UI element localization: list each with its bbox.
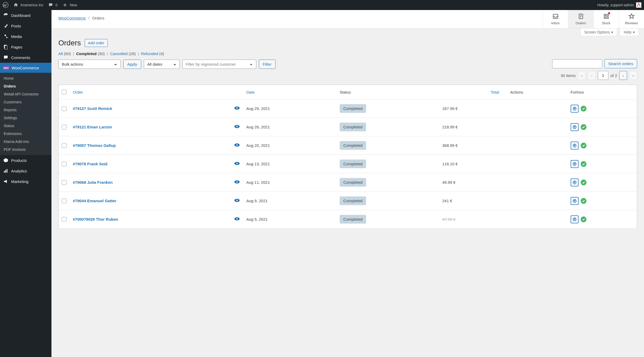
preview-icon[interactable] xyxy=(234,162,240,166)
fortnox-sync-button[interactable] xyxy=(571,123,579,131)
submenu-item-klarna-add-ons[interactable]: Klarna Add-ons xyxy=(0,138,51,146)
apply-button[interactable]: Apply xyxy=(123,60,141,69)
submenu-item-status[interactable]: Status xyxy=(0,122,51,130)
comments-link[interactable]: 0 xyxy=(48,2,58,8)
header-tab-stock[interactable]: Stock xyxy=(593,10,619,28)
select-all-checkbox[interactable] xyxy=(62,90,67,94)
fortnox-sync-button[interactable] xyxy=(571,142,579,149)
page-total: of 2 xyxy=(610,73,617,78)
date-filter-select[interactable]: All dates xyxy=(144,60,180,69)
submenu-item-customers[interactable]: Customers xyxy=(0,98,51,106)
add-order-button[interactable]: Add order xyxy=(85,39,108,47)
fortnox-sync-button[interactable] xyxy=(571,178,579,186)
sidebar-item-media[interactable]: Media xyxy=(0,31,51,42)
order-link[interactable]: #79078 Frank Seid xyxy=(73,162,107,166)
next-page-button[interactable]: › xyxy=(619,71,627,80)
row-checkbox[interactable] xyxy=(62,162,67,166)
new-content-link[interactable]: New xyxy=(62,2,77,8)
prev-page-button[interactable]: ‹ xyxy=(588,71,596,80)
submenu-item-settings[interactable]: Settings xyxy=(0,114,51,122)
preview-icon[interactable] xyxy=(234,107,240,111)
order-link[interactable]: #79068 Julia Franken xyxy=(73,180,113,185)
customer-filter-select[interactable]: Filter by registered customer xyxy=(182,60,256,69)
sidebar-item-analytics[interactable]: Analytics xyxy=(0,166,51,176)
notification-dot xyxy=(608,12,610,14)
sidebar-item-posts[interactable]: Posts xyxy=(0,21,51,31)
svg-point-19 xyxy=(236,144,238,146)
row-checkbox[interactable] xyxy=(62,125,67,129)
order-link[interactable]: #79121 Eman Larzon xyxy=(73,125,112,129)
site-home-link[interactable]: Kramerica Inc xyxy=(13,2,43,8)
preview-icon[interactable] xyxy=(234,180,240,185)
status-badge: Completed xyxy=(340,160,366,168)
order-link[interactable]: #79044 Emanuel Gatter xyxy=(73,199,116,203)
svg-rect-2 xyxy=(5,46,7,49)
bulk-actions-select[interactable]: Bulk actions xyxy=(58,60,121,69)
sidebar-item-dashboard[interactable]: Dashboard xyxy=(0,10,51,21)
submenu-item-orders[interactable]: Orders xyxy=(0,82,51,90)
svg-rect-10 xyxy=(604,17,606,18)
filter-all[interactable]: All xyxy=(58,51,63,56)
submenu-item-wetail-api-connector[interactable]: Wetail API Connector xyxy=(0,90,51,98)
col-date[interactable]: Date xyxy=(243,85,337,99)
order-link[interactable]: #700079029 Thor Ruben xyxy=(73,217,118,221)
orders-table: Order Date Status Total Actions Fortnox … xyxy=(58,85,637,229)
last-page-button[interactable]: » xyxy=(629,71,637,80)
row-checkbox[interactable] xyxy=(62,199,67,203)
fortnox-sync-button[interactable] xyxy=(571,215,579,223)
first-page-button[interactable]: « xyxy=(578,71,586,80)
order-link[interactable]: #79097 Thomas Gallup xyxy=(73,143,116,148)
fortnox-ok-icon xyxy=(581,180,586,185)
filter-completed[interactable]: Completed xyxy=(76,51,97,56)
sidebar-item-products[interactable]: Products xyxy=(0,155,51,166)
header-tab-inbox[interactable]: Inbox xyxy=(543,10,568,28)
woo-icon: woo xyxy=(3,65,9,70)
sidebar-item-woocommerce[interactable]: wooWooCommerce xyxy=(0,63,51,73)
search-input[interactable] xyxy=(552,59,602,68)
submenu-item-home[interactable]: Home xyxy=(0,74,51,82)
col-total[interactable]: Total xyxy=(439,85,507,99)
box-icon xyxy=(3,158,8,163)
preview-icon[interactable] xyxy=(234,125,240,129)
filter-button[interactable]: Filter xyxy=(259,60,276,69)
help-tab[interactable]: Help ▾ xyxy=(620,28,639,36)
submenu-item-pdf-invoices[interactable]: PDF Invoices xyxy=(0,146,51,153)
sidebar-item-pages[interactable]: Pages xyxy=(0,42,51,52)
preview-icon[interactable] xyxy=(234,199,240,203)
order-date: Aug 26, 2021 xyxy=(243,118,337,136)
sidebar-item-label: Comments xyxy=(11,55,30,60)
row-checkbox[interactable] xyxy=(62,217,67,222)
preview-icon[interactable] xyxy=(234,217,240,221)
preview-icon[interactable] xyxy=(234,143,240,148)
new-label: New xyxy=(70,3,77,7)
submenu-item-extensions[interactable]: Extensions xyxy=(0,130,51,138)
fortnox-sync-button[interactable] xyxy=(571,105,579,113)
submenu-item-reports[interactable]: Reports xyxy=(0,106,51,114)
row-checkbox[interactable] xyxy=(62,143,67,148)
filter-cancelled[interactable]: Cancelled xyxy=(110,51,128,56)
order-date: Aug 9, 2021 xyxy=(243,192,337,210)
row-checkbox[interactable] xyxy=(62,106,67,111)
inbox-icon xyxy=(543,13,568,20)
fortnox-sync-button[interactable] xyxy=(571,160,579,168)
fortnox-ok-icon xyxy=(581,143,586,148)
header-tab-reviews[interactable]: Reviews xyxy=(619,10,644,28)
pagination: 30 items « ‹ of 2 › » xyxy=(561,71,637,80)
chart-icon xyxy=(3,168,8,173)
account-link[interactable]: Howdy, support-admin xyxy=(597,2,641,8)
breadcrumb-root[interactable]: WooCommerce xyxy=(58,16,86,20)
search-orders-button[interactable]: Search orders xyxy=(604,59,637,68)
sidebar-item-marketing[interactable]: Marketing xyxy=(0,176,51,187)
table-row: #79068 Julia FrankenAug 11, 2021Complete… xyxy=(59,173,637,192)
sidebar-item-comments[interactable]: Comments xyxy=(0,52,51,63)
wp-logo[interactable] xyxy=(3,2,8,8)
row-checkbox[interactable] xyxy=(62,180,67,185)
current-page-input[interactable] xyxy=(598,71,608,80)
filter-refunded[interactable]: Refunded xyxy=(141,51,158,56)
order-date: Aug 20, 2021 xyxy=(243,136,337,155)
fortnox-sync-button[interactable] xyxy=(571,197,579,205)
order-link[interactable]: #79127 Scott Remick xyxy=(73,106,112,111)
col-order[interactable]: Order xyxy=(70,85,231,99)
screen-options-tab[interactable]: Screen Options ▾ xyxy=(580,28,617,36)
header-tab-orders[interactable]: Orders xyxy=(568,10,593,28)
